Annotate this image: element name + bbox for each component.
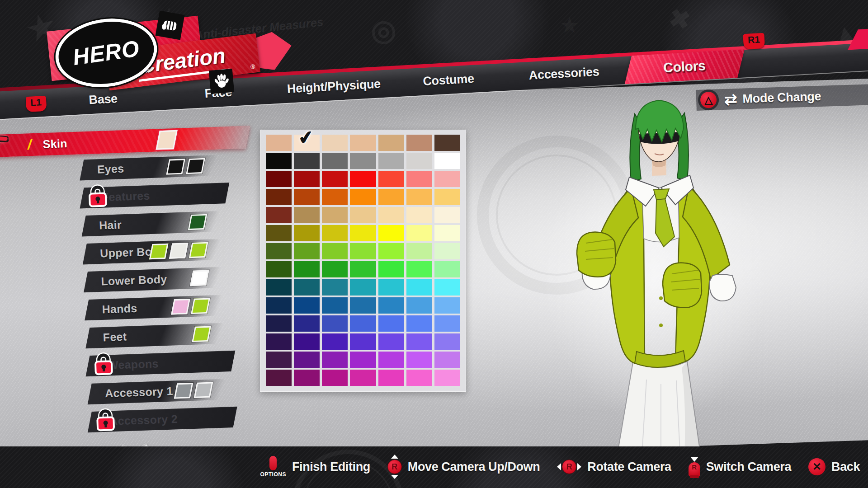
palette-cell-r4-c3[interactable]: [322, 189, 348, 205]
palette-cell-r9-c7[interactable]: [434, 279, 460, 296]
palette-cell-r10-c4[interactable]: [350, 297, 376, 314]
palette-cell-r4-c6[interactable]: [406, 189, 432, 205]
palette-cell-r7-c6[interactable]: [406, 243, 432, 259]
palette-cell-r7-c2[interactable]: [294, 243, 320, 259]
sidebar-item-upper-body[interactable]: Upper Body: [83, 239, 222, 265]
palette-cell-r14-c7[interactable]: [434, 370, 460, 386]
sidebar-item-eyes[interactable]: Eyes: [80, 155, 218, 181]
palette-cell-r8-c5[interactable]: [378, 261, 404, 277]
palette-cell-r13-c4[interactable]: [350, 352, 376, 368]
shoulder-button-r1[interactable]: R1: [743, 33, 765, 50]
palette-cell-r3-c3[interactable]: [322, 171, 348, 187]
footer-control-switch-camera[interactable]: Switch Camera: [689, 457, 791, 477]
palette-cell-r7-c7[interactable]: [434, 243, 460, 259]
palette-cell-r7-c4[interactable]: [350, 243, 376, 259]
palette-cell-r13-c3[interactable]: [322, 352, 348, 368]
palette-cell-r9-c3[interactable]: [322, 279, 348, 296]
palette-cell-r5-c3[interactable]: [322, 207, 348, 223]
palette-cell-r5-c4[interactable]: [350, 207, 376, 223]
palette-cell-r11-c7[interactable]: [434, 315, 460, 332]
palette-cell-r14-c6[interactable]: [406, 370, 432, 386]
palette-cell-r12-c5[interactable]: [378, 333, 404, 350]
palette-cell-r1-c5[interactable]: [378, 135, 404, 151]
palette-cell-r4-c5[interactable]: [378, 189, 404, 205]
palette-cell-r13-c7[interactable]: [434, 352, 460, 368]
palette-cell-r1-c7[interactable]: [434, 135, 460, 151]
palette-cell-r10-c5[interactable]: [378, 297, 404, 314]
palette-cell-r11-c6[interactable]: [406, 315, 432, 332]
palette-cell-r6-c2[interactable]: [294, 225, 320, 241]
palette-cell-r11-c4[interactable]: [350, 315, 376, 332]
palette-cell-r8-c7[interactable]: [434, 261, 460, 277]
palette-cell-r12-c4[interactable]: [350, 333, 376, 350]
palette-cell-r11-c5[interactable]: [378, 315, 404, 332]
palette-cell-r11-c3[interactable]: [322, 315, 348, 332]
palette-cell-r6-c5[interactable]: [378, 225, 404, 241]
palette-cell-r6-c6[interactable]: [406, 225, 432, 241]
palette-cell-r12-c3[interactable]: [322, 333, 348, 350]
palette-cell-r13-c6[interactable]: [406, 352, 432, 368]
palette-cell-r4-c7[interactable]: [434, 189, 460, 205]
palette-cell-r13-c2[interactable]: [294, 352, 320, 368]
palette-cell-r10-c6[interactable]: [406, 297, 432, 314]
palette-cell-r9-c6[interactable]: [406, 279, 432, 296]
sidebar-item-accessory-1[interactable]: Accessory 1: [88, 379, 226, 404]
palette-cell-r11-c2[interactable]: [294, 315, 320, 332]
palette-cell-r7-c3[interactable]: [322, 243, 348, 259]
sidebar-item-feet[interactable]: Feet: [85, 323, 224, 349]
palette-cell-r2-c3[interactable]: [322, 153, 348, 169]
palette-cell-r9-c2[interactable]: [294, 279, 320, 296]
palette-cell-r3-c2[interactable]: [294, 171, 320, 187]
palette-cell-r9-c5[interactable]: [378, 279, 404, 296]
palette-cell-r4-c4[interactable]: [350, 189, 376, 205]
palette-cell-r2-c2[interactable]: [294, 153, 320, 169]
palette-cell-r8-c2[interactable]: [294, 261, 320, 277]
palette-cell-r5-c7[interactable]: [434, 207, 460, 223]
palette-cell-r5-c5[interactable]: [378, 207, 404, 223]
palette-cell-r14-c2[interactable]: [294, 370, 320, 386]
palette-cell-r3-c4[interactable]: [350, 171, 376, 187]
palette-cell-r10-c3[interactable]: [322, 297, 348, 314]
palette-cell-r6-c3[interactable]: [322, 225, 348, 241]
sidebar-item-lower-body[interactable]: Lower Body: [84, 267, 222, 293]
palette-cell-r4-c2[interactable]: [294, 189, 320, 205]
palette-cell-r12-c2[interactable]: [294, 333, 320, 350]
footer-control-move-camera-up-down[interactable]: Move Camera Up/Down: [387, 455, 540, 479]
palette-cell-r2-c7[interactable]: [434, 153, 460, 169]
palette-cell-r1-c3[interactable]: [322, 135, 348, 151]
palette-cell-r12-c6[interactable]: [406, 333, 432, 350]
palette-cell-r1-c6[interactable]: [406, 135, 432, 151]
sidebar-item-hands[interactable]: Hands: [85, 295, 223, 321]
palette-cell-r8-c6[interactable]: [406, 261, 432, 277]
palette-cell-r13-c5[interactable]: [378, 352, 404, 368]
palette-cell-r1-c4[interactable]: [350, 135, 376, 151]
palette-cell-r1-c2-selected[interactable]: ✔: [294, 135, 320, 151]
palette-cell-r2-c6[interactable]: [406, 153, 432, 169]
palette-cell-r12-c7[interactable]: [434, 333, 460, 350]
palette-cell-r3-c6[interactable]: [406, 171, 432, 187]
palette-cell-r3-c7[interactable]: [434, 171, 460, 187]
palette-cell-r7-c5[interactable]: [378, 243, 404, 259]
palette-cell-r8-c3[interactable]: [322, 261, 348, 277]
palette-cell-r6-c7[interactable]: [434, 225, 460, 241]
palette-cell-r2-c5[interactable]: [378, 153, 404, 169]
tab-height-physique[interactable]: Height/Physique: [286, 70, 381, 103]
footer-control-finish-editing[interactable]: OPTIONSFinish Editing: [260, 456, 370, 478]
palette-cell-r5-c6[interactable]: [406, 207, 432, 223]
palette-cell-r10-c7[interactable]: [434, 297, 460, 314]
palette-cell-r2-c4[interactable]: [350, 153, 376, 169]
palette-cell-r14-c5[interactable]: [378, 370, 404, 386]
footer-control-rotate-camera[interactable]: Rotate Camera: [557, 460, 671, 474]
footer-control-back[interactable]: Back: [808, 458, 860, 475]
tab-colors[interactable]: Colors: [625, 49, 745, 84]
palette-cell-r8-c4[interactable]: [350, 261, 376, 277]
palette-cell-r10-c2[interactable]: [294, 297, 320, 314]
tab-accessories[interactable]: Accessories: [528, 57, 600, 89]
palette-cell-r5-c2[interactable]: [294, 207, 320, 223]
sidebar-item-hair[interactable]: Hair: [82, 211, 221, 237]
tab-costume[interactable]: Costume: [422, 65, 475, 95]
palette-cell-r14-c3[interactable]: [322, 370, 348, 386]
palette-cell-r14-c4[interactable]: [350, 370, 376, 386]
palette-cell-r6-c4[interactable]: [350, 225, 376, 241]
palette-cell-r9-c4[interactable]: [350, 279, 376, 296]
